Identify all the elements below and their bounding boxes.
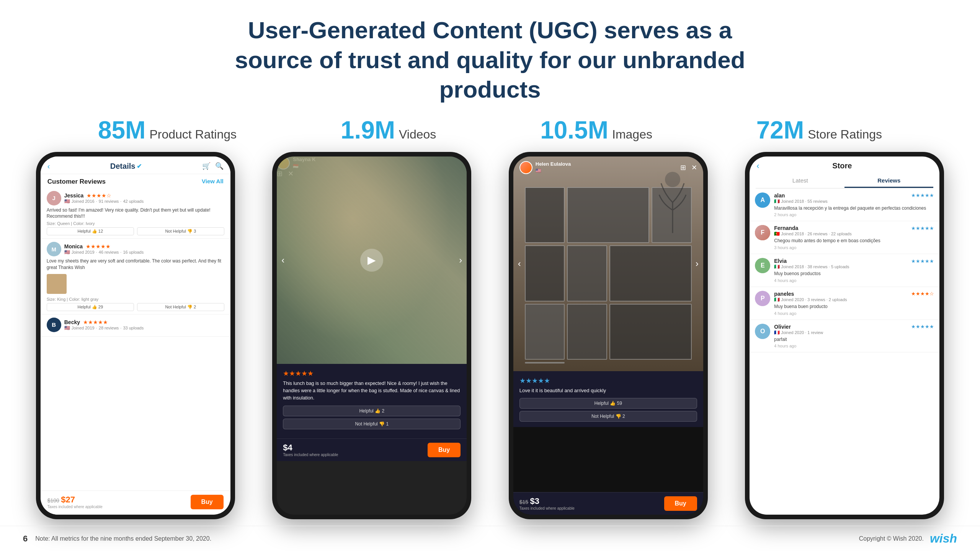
next-button-3[interactable]: › [696,258,699,269]
back-icon-4[interactable]: ‹ [756,161,759,171]
footer-left: 6 Note: All metrics for the nine months … [23,534,211,544]
play-button[interactable]: ▶ [360,249,383,272]
buy-button-2[interactable]: Buy [428,443,461,457]
phone-2-screen: Shayna K 🇮🇩 ⊞ ✕ ‹ ▶ › ★★★★★ This lunch b… [277,156,467,515]
p1-reviews-title: Customer Reviews View All [41,174,230,188]
avatar-fernanda: F [755,225,770,240]
phone-2-frame: Shayna K 🇮🇩 ⊞ ✕ ‹ ▶ › ★★★★★ This lunch b… [272,152,471,519]
p3-helpful-btn[interactable]: Helpful 👍 59 [519,398,697,409]
phone-3-frame: Helen Eulalova 🇺🇸 ⊞ ✕ ‹ › ★★★★★ Love it … [509,152,708,519]
avatar-alan: A [755,192,770,208]
avatar-jessica: J [47,191,61,205]
p2-video-area: Shayna K 🇮🇩 ⊞ ✕ ‹ ▶ › [277,156,467,364]
p4-header: ‹ Store [750,156,939,171]
tab-reviews[interactable]: Reviews [844,174,933,188]
phone-1-frame: ‹ Details ✔ 🛒 🔍 Customer Reviews View Al… [36,152,235,519]
avatar-olivier: O [755,324,770,339]
review-thumbnail [47,274,67,294]
header: User-Generated Content (UGC) serves as a… [0,0,980,112]
p3-helpful-btns: Helpful 👍 59 Not Helpful 👎 2 [519,398,697,422]
phones-row: ‹ Details ✔ 🛒 🔍 Customer Reviews View Al… [0,152,980,519]
back-icon[interactable]: ‹ [47,162,50,171]
p3-user-avatar [519,161,532,174]
p3-stars: ★★★★★ [519,377,697,385]
review-monica: M Monica ★★★★★ 🇺🇸 Joined 2019 · 46 revie… [41,239,230,315]
p2-review-area: ★★★★★ This lunch bag is so much bigger t… [277,364,467,438]
view-all-link[interactable]: View All [202,178,224,186]
avatar-monica: M [47,242,61,256]
store-review-olivier: O Olivier ★★★★★ 🇫🇷 Joined 2020 · 1 revie… [750,320,939,353]
review-becky: B Becky ★★★★★ 🇺🇸 Joined 2019 · 28 review… [41,315,230,337]
close-icon-3[interactable]: ✕ [691,163,697,172]
buy-button-1[interactable]: Buy [191,495,224,509]
phone-4-screen: ‹ Store Latest Reviews A alan ★★★★★ 🇮 [750,156,939,515]
wish-logo: wish [930,531,957,546]
cart-icon[interactable]: 🛒 [202,162,211,170]
stat-product-ratings: 85M Product Ratings [98,116,237,144]
avatar-paneles: P [755,291,770,306]
p3-overlay-top: Helen Eulalova 🇺🇸 ⊞ ✕ [513,161,703,174]
grid-icon-3[interactable]: ⊞ [680,163,686,172]
p2-helpful-btn[interactable]: Helpful 👍 2 [283,406,461,416]
stat-videos: 1.9M Videos [341,116,436,144]
stat-store-ratings: 72M Store Ratings [756,116,882,144]
phone-3-screen: Helen Eulalova 🇺🇸 ⊞ ✕ ‹ › ★★★★★ Love it … [513,156,703,515]
stat-images: 10.5M Images [540,116,652,144]
verified-icon: ✔ [137,163,142,170]
avatar-becky: B [47,318,61,332]
store-review-fernanda: F Fernanda ★★★★★ 🇵🇹 Joined 2018 · 26 rev… [750,221,939,254]
avatar-elvia: E [755,258,770,273]
phone-4-frame: ‹ Store Latest Reviews A alan ★★★★★ 🇮 [745,152,944,519]
p1-header-icons: 🛒 🔍 [202,162,224,170]
store-review-alan: A alan ★★★★★ 🇮🇹 Joined 2018 · 55 reviews… [750,189,939,222]
not-helpful-btn-2[interactable]: Not Helpful 👎 2 [137,303,224,311]
review-jessica: J Jessica ★★★★☆ 🇺🇸 Joined 2016 · 91 revi… [41,188,230,239]
helpful-btn-2[interactable]: Helpful 👍 29 [47,303,134,311]
p1-footer: $100 $27 Taxes included where applicable… [41,491,230,515]
p1-header: ‹ Details ✔ 🛒 🔍 [41,156,230,174]
p3-not-helpful-btn[interactable]: Not Helpful 👎 2 [519,411,697,422]
svg-point-0 [665,172,680,187]
p2-helpful-btns: Helpful 👍 2 Not Helpful 👎 1 [283,406,461,429]
store-review-paneles: P paneles ★★★★☆ 🇮🇹 Joined 2020 · 3 revie… [750,287,939,320]
p3-image-area: Helen Eulalova 🇺🇸 ⊞ ✕ ‹ › [513,156,703,372]
buy-button-3[interactable]: Buy [664,496,697,511]
helpful-btn-1[interactable]: Helpful 👍 12 [47,227,134,235]
p2-footer: $4 Taxes included where applicable Buy [277,439,467,461]
tab-latest[interactable]: Latest [756,174,844,188]
page-title: User-Generated Content (UGC) serves as a… [77,15,903,104]
p2-not-helpful-btn[interactable]: Not Helpful 👎 1 [283,419,461,429]
phone-1-screen: ‹ Details ✔ 🛒 🔍 Customer Reviews View Al… [41,156,230,515]
page-footer: 6 Note: All metrics for the nine months … [0,526,980,551]
not-helpful-btn-1[interactable]: Not Helpful 👎 3 [137,227,224,235]
p3-review-section: ★★★★★ Love it it is beautiful and arrive… [513,371,703,427]
reviewer-info-jessica: Jessica ★★★★☆ 🇺🇸 Joined 2016 · 91 review… [64,192,144,204]
prev-button[interactable]: ‹ [281,255,284,266]
stats-row: 85M Product Ratings 1.9M Videos 10.5M Im… [0,112,980,152]
p3-footer: $15 $3 Taxes included where applicable B… [513,492,703,515]
p4-tabs: Latest Reviews [756,174,933,189]
footer-right: Copyright © Wish 2020. wish [859,531,957,546]
p1-header-title: Details ✔ [110,162,142,171]
next-button[interactable]: › [459,255,462,266]
p2-stars: ★★★★★ [283,369,461,378]
store-review-elvia: E Elvia ★★★★★ 🇮🇹 Joined 2018 · 38 review… [750,254,939,287]
search-icon[interactable]: 🔍 [215,162,224,170]
prev-button-3[interactable]: ‹ [518,258,521,269]
